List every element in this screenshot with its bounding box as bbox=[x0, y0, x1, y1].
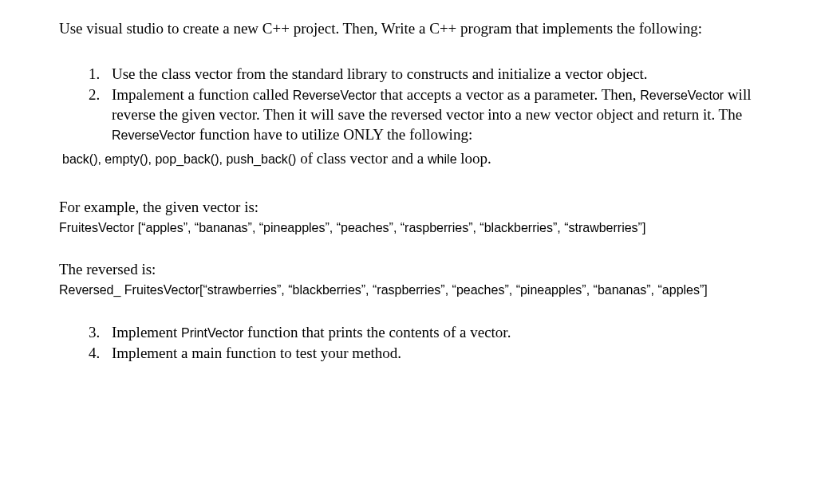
intro-paragraph: Use visual studio to create a new C++ pr… bbox=[59, 19, 785, 39]
item2-text-4: function have to utilize ONLY the follow… bbox=[195, 126, 472, 143]
requirements-list: Use the class vector from the standard l… bbox=[59, 65, 785, 145]
vector-methods: back(), empty(), pop_back(), push_back() bbox=[62, 152, 296, 166]
item3-text-2: function that prints the contents of a v… bbox=[243, 324, 511, 341]
reverse-vector-fn-1: ReverseVector bbox=[293, 89, 377, 102]
list-item-4: Implement a main function to test your m… bbox=[104, 344, 785, 364]
list-item-3: Implement PrintVector function that prin… bbox=[104, 323, 785, 343]
item3-text-1: Implement bbox=[112, 324, 181, 341]
methods-note: back(), empty(), pop_back(), push_back()… bbox=[62, 149, 785, 169]
example-given: For example, the given vector is: Fruite… bbox=[59, 198, 785, 236]
example-given-content: FruitesVector [“apples”, “bananas”, “pin… bbox=[59, 219, 785, 237]
reverse-vector-fn-3: ReverseVector bbox=[112, 128, 195, 142]
reverse-vector-fn-2: ReverseVector bbox=[640, 89, 724, 102]
example-reversed-heading: The reversed is: bbox=[59, 260, 785, 280]
list-item-1: Use the class vector from the standard l… bbox=[104, 65, 785, 85]
example-given-heading: For example, the given vector is: bbox=[59, 198, 785, 218]
requirements-list-continued: Implement PrintVector function that prin… bbox=[59, 323, 785, 364]
example-reversed-content: Reversed_ FruitesVector[“strawberries”, … bbox=[59, 282, 785, 299]
methods-tail-1: of class vector and a bbox=[296, 150, 428, 167]
list-item-2: Impalement a function called ReverseVect… bbox=[104, 85, 785, 144]
item2-text-2: that accepts a vector as a parameter. Th… bbox=[377, 86, 640, 103]
example-reversed: The reversed is: Reversed_ FruitesVector… bbox=[59, 260, 785, 298]
print-vector-fn: PrintVector bbox=[181, 326, 243, 340]
methods-tail-2: loop. bbox=[457, 150, 491, 167]
item2-text-1: Impalement a function called bbox=[112, 86, 293, 103]
while-keyword: while bbox=[428, 152, 456, 166]
